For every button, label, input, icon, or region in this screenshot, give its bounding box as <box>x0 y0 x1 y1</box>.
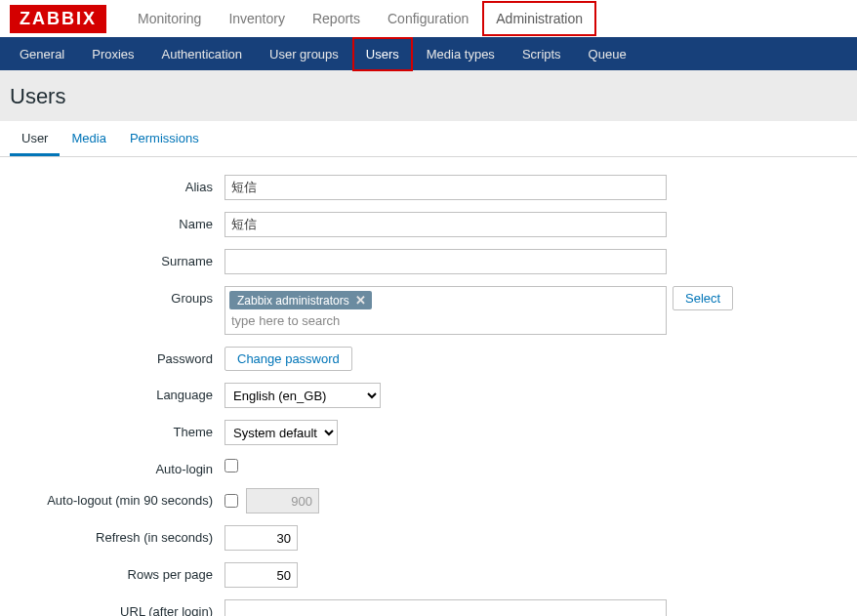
groups-multiselect[interactable]: Zabbix administrators ✕ type here to sea… <box>224 286 667 335</box>
tab-permissions[interactable]: Permissions <box>118 121 211 156</box>
tab-media[interactable]: Media <box>60 121 117 156</box>
subnav-scripts[interactable]: Scripts <box>509 37 575 71</box>
tabs: User Media Permissions <box>0 121 857 157</box>
url-after-login-input[interactable] <box>224 599 667 616</box>
auto-logout-checkbox[interactable] <box>224 494 238 508</box>
auto-logout-label: Auto-logout (min 90 seconds) <box>10 488 224 508</box>
subnav-user-groups[interactable]: User groups <box>256 37 352 71</box>
topnav-configuration[interactable]: Configuration <box>374 1 482 36</box>
auto-logout-value-input <box>246 488 319 513</box>
topnav-monitoring[interactable]: Monitoring <box>124 1 215 36</box>
name-input[interactable] <box>224 212 667 237</box>
group-tag-label: Zabbix administrators <box>237 294 349 308</box>
language-select[interactable]: English (en_GB) <box>224 383 381 408</box>
password-label: Password <box>10 347 224 366</box>
subnav-authentication[interactable]: Authentication <box>148 37 256 71</box>
surname-label: Surname <box>10 249 224 268</box>
subnav-general[interactable]: General <box>6 37 78 71</box>
user-form: Alias Name Surname Groups Zabbix adminis… <box>0 157 857 616</box>
name-label: Name <box>10 212 224 231</box>
topnav-administration[interactable]: Administration <box>482 1 596 36</box>
groups-label: Groups <box>10 286 224 306</box>
top-nav: ZABBIX Monitoring Inventory Reports Conf… <box>0 0 857 37</box>
alias-input[interactable] <box>224 175 667 200</box>
subnav-queue[interactable]: Queue <box>575 37 640 71</box>
change-password-button[interactable]: Change password <box>224 347 352 371</box>
sub-nav: General Proxies Authentication User grou… <box>0 37 857 70</box>
theme-select[interactable]: System default <box>224 420 338 445</box>
language-label: Language <box>10 383 224 402</box>
page-header: Users <box>0 70 857 121</box>
subnav-users[interactable]: Users <box>352 37 413 71</box>
url-after-login-label: URL (after login) <box>10 599 224 616</box>
theme-label: Theme <box>10 420 224 439</box>
refresh-input[interactable] <box>224 525 298 551</box>
subnav-proxies[interactable]: Proxies <box>78 37 147 71</box>
rows-per-page-label: Rows per page <box>10 562 224 582</box>
groups-select-button[interactable]: Select <box>673 286 733 310</box>
subnav-media-types[interactable]: Media types <box>413 37 509 71</box>
rows-per-page-input[interactable] <box>224 562 298 588</box>
topnav-reports[interactable]: Reports <box>299 1 374 36</box>
auto-login-label: Auto-login <box>10 457 224 476</box>
surname-input[interactable] <box>224 249 667 274</box>
refresh-label: Refresh (in seconds) <box>10 525 224 545</box>
auto-login-checkbox[interactable] <box>224 459 238 472</box>
page-title: Users <box>10 84 847 109</box>
logo: ZABBIX <box>10 5 106 33</box>
groups-placeholder: type here to search <box>229 309 662 328</box>
alias-label: Alias <box>10 175 224 194</box>
group-tag-remove-icon[interactable]: ✕ <box>355 293 366 308</box>
topnav-inventory[interactable]: Inventory <box>215 1 299 36</box>
tab-user[interactable]: User <box>10 121 60 156</box>
group-tag: Zabbix administrators ✕ <box>229 291 372 309</box>
